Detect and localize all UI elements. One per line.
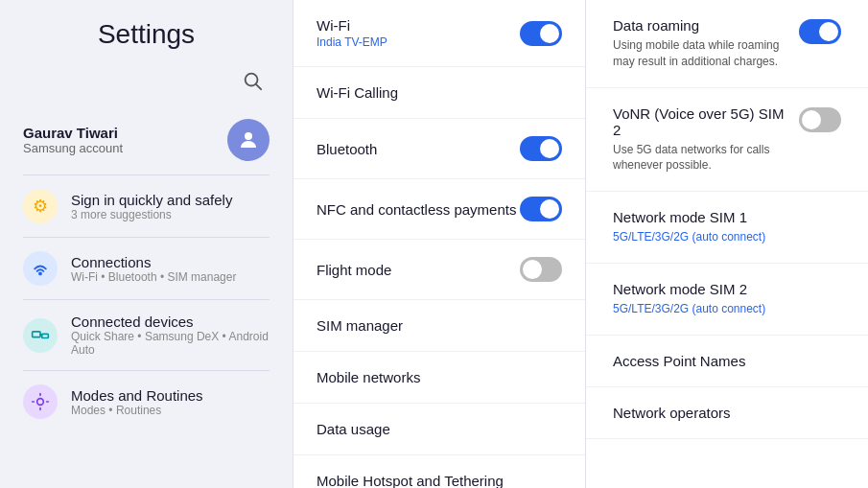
- setting-network-mode-sim2[interactable]: Network mode SIM 2 5G/LTE/3G/2G (auto co…: [586, 264, 868, 336]
- connections-label: Connections: [71, 254, 236, 270]
- setting-mobile-hotspot[interactable]: Mobile Hotspot and Tethering: [293, 455, 585, 488]
- search-button[interactable]: [235, 63, 270, 98]
- network-mode-sim1-label: Network mode SIM 1: [613, 209, 841, 225]
- sign-in-label: Sign in quickly and safely: [71, 192, 232, 208]
- sidebar-item-connected-devices[interactable]: Connected devices Quick Share • Samsung …: [0, 300, 293, 370]
- sidebar-item-sign-in[interactable]: ⚙ Sign in quickly and safely 3 more sugg…: [0, 175, 293, 237]
- svg-point-3: [39, 272, 41, 274]
- sidebar-item-modes-routines[interactable]: Modes and Routines Modes • Routines: [0, 371, 293, 432]
- connections-sub: Wi-Fi • Bluetooth • SIM manager: [71, 270, 236, 284]
- connected-devices-icon: [23, 318, 58, 353]
- sim-manager-label: SIM manager: [317, 317, 403, 334]
- setting-flight-mode[interactable]: Flight mode: [293, 240, 585, 300]
- user-account: Samsung account: [23, 141, 216, 155]
- setting-wifi-calling[interactable]: Wi-Fi Calling: [293, 67, 585, 119]
- vonr-sub: Use 5G data networks for calls whenever …: [613, 142, 787, 174]
- setting-data-usage[interactable]: Data usage: [293, 404, 585, 455]
- data-roaming-sub: Using mobile data while roaming may resu…: [613, 37, 787, 70]
- vonr-toggle[interactable]: [799, 107, 841, 132]
- setting-wifi[interactable]: Wi-Fi India TV-EMP: [293, 0, 585, 67]
- setting-bluetooth[interactable]: Bluetooth: [293, 119, 585, 179]
- user-name: Gaurav Tiwari: [23, 125, 216, 141]
- wifi-calling-label: Wi-Fi Calling: [317, 84, 398, 101]
- right-panel: Data roaming Using mobile data while roa…: [585, 0, 868, 488]
- nfc-label: NFC and contactless payments: [317, 201, 516, 218]
- sign-in-sub: 3 more suggestions: [71, 208, 232, 221]
- wifi-sublabel: India TV-EMP: [317, 35, 387, 49]
- setting-vonr[interactable]: VoNR (Voice over 5G) SIM 2 Use 5G data n…: [586, 88, 868, 193]
- wifi-label: Wi-Fi: [317, 17, 387, 34]
- svg-rect-5: [42, 334, 49, 337]
- setting-network-mode-sim1[interactable]: Network mode SIM 1 5G/LTE/3G/2G (auto co…: [586, 192, 868, 264]
- network-mode-sim1-sub: 5G/LTE/3G/2G (auto connect): [613, 229, 841, 245]
- sign-in-icon: ⚙: [23, 189, 58, 223]
- connected-devices-label: Connected devices: [71, 314, 270, 330]
- wifi-icon: [23, 251, 58, 286]
- svg-point-7: [37, 399, 44, 406]
- network-mode-sim2-sub: 5G/LTE/3G/2G (auto connect): [613, 301, 841, 317]
- svg-point-2: [245, 132, 252, 140]
- left-panel: Settings Gaurav Tiwari Samsung account ⚙…: [0, 0, 293, 488]
- bluetooth-toggle[interactable]: [520, 136, 562, 161]
- data-roaming-label: Data roaming: [613, 17, 787, 34]
- mobile-hotspot-label: Mobile Hotspot and Tethering: [317, 473, 504, 488]
- svg-rect-4: [33, 331, 40, 337]
- setting-nfc[interactable]: NFC and contactless payments: [293, 179, 585, 240]
- data-usage-label: Data usage: [317, 421, 390, 437]
- sidebar-item-connections[interactable]: Connections Wi-Fi • Bluetooth • SIM mana…: [0, 238, 293, 299]
- setting-sim-manager[interactable]: SIM manager: [293, 300, 585, 352]
- mobile-networks-label: Mobile networks: [317, 369, 420, 385]
- setting-network-operators[interactable]: Network operators: [586, 387, 868, 439]
- avatar: [227, 119, 270, 161]
- user-section[interactable]: Gaurav Tiwari Samsung account: [0, 109, 293, 174]
- flight-mode-label: Flight mode: [317, 262, 391, 278]
- setting-apn[interactable]: Access Point Names: [586, 336, 868, 387]
- network-operators-label: Network operators: [613, 405, 841, 421]
- network-mode-sim2-label: Network mode SIM 2: [613, 281, 841, 297]
- wifi-toggle[interactable]: [520, 21, 562, 46]
- setting-data-roaming[interactable]: Data roaming Using mobile data while roa…: [586, 0, 868, 88]
- modes-sub: Modes • Routines: [71, 404, 203, 417]
- svg-line-6: [40, 334, 42, 335]
- vonr-label: VoNR (Voice over 5G) SIM 2: [613, 105, 787, 138]
- middle-panel: Wi-Fi India TV-EMP Wi-Fi Calling Bluetoo…: [293, 0, 585, 488]
- apn-label: Access Point Names: [613, 353, 841, 369]
- svg-line-1: [256, 84, 261, 89]
- connected-devices-sub: Quick Share • Samsung DeX • Android Auto: [71, 330, 270, 357]
- setting-mobile-networks[interactable]: Mobile networks: [293, 352, 585, 404]
- flight-mode-toggle[interactable]: [520, 257, 562, 282]
- app-title: Settings: [0, 0, 293, 63]
- user-info: Gaurav Tiwari Samsung account: [23, 125, 216, 155]
- nfc-toggle[interactable]: [520, 197, 562, 221]
- search-bar: [0, 63, 293, 109]
- modes-label: Modes and Routines: [71, 387, 203, 404]
- bluetooth-label: Bluetooth: [317, 141, 377, 157]
- data-roaming-toggle[interactable]: [799, 19, 841, 44]
- modes-icon: [23, 384, 58, 419]
